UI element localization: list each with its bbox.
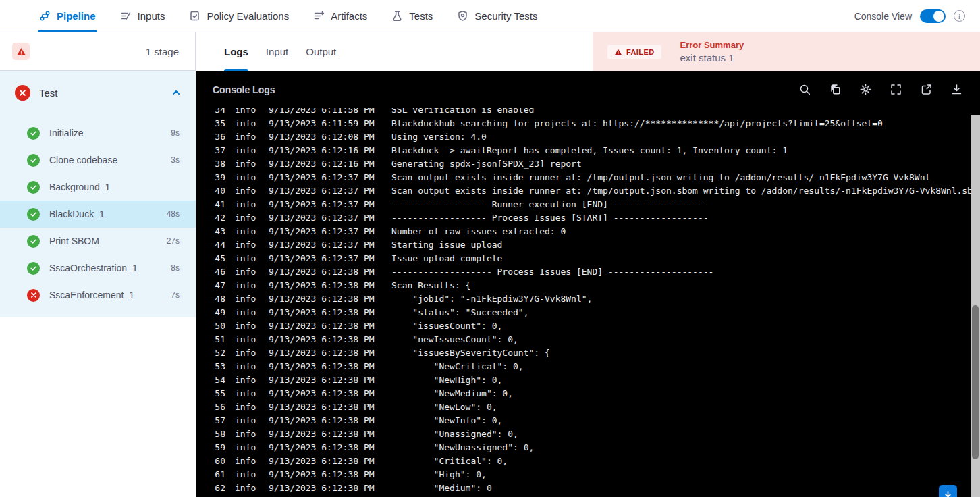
log-line-number: 47	[196, 279, 225, 292]
log-line: 34info9/13/2023 6:11:58 PMSSL verificati…	[196, 108, 971, 117]
download-icon[interactable]	[950, 84, 962, 96]
log-timestamp: 9/13/2023 6:11:58 PM	[269, 108, 375, 117]
log-message: "issuesBySeverityCount": {	[391, 346, 550, 360]
tab-logs[interactable]: Logs	[224, 32, 248, 71]
log-timestamp: 9/13/2023 6:12:37 PM	[269, 252, 375, 265]
log-message: Scan output exists inside runner at: /tm…	[391, 171, 930, 184]
console-view-toggle[interactable]	[920, 9, 946, 23]
log-level: info	[235, 252, 255, 265]
log-timestamp: 9/13/2023 6:12:38 PM	[269, 441, 375, 454]
log-timestamp: 9/13/2023 6:12:38 PM	[269, 265, 375, 279]
error-summary-bar: FAILED Error Summary exit status 1	[593, 32, 980, 71]
step-duration: 8s	[171, 263, 180, 273]
log-message: ------------------ Runner execution [END…	[391, 198, 709, 211]
log-timestamp: 9/13/2023 6:12:37 PM	[269, 184, 375, 198]
log-level: info	[235, 414, 255, 427]
log-line: 46info9/13/2023 6:12:38 PM--------------…	[196, 265, 971, 279]
log-timestamp: 9/13/2023 6:12:38 PM	[269, 454, 375, 468]
step-list: Initialize9sClone codebase3sBackground_1…	[0, 114, 196, 309]
log-timestamp: 9/13/2023 6:11:59 PM	[269, 117, 375, 130]
step-row-print-sbom[interactable]: Print SBOM27s	[0, 228, 196, 255]
step-label: SscaOrchestration_1	[49, 263, 138, 273]
log-timestamp: 9/13/2023 6:12:38 PM	[269, 360, 375, 373]
log-timestamp: 9/13/2023 6:12:16 PM	[269, 144, 375, 157]
log-message: "newIssuesCount": 0,	[391, 333, 518, 346]
log-line: 41info9/13/2023 6:12:37 PM--------------…	[196, 198, 971, 211]
log-level: info	[235, 400, 255, 414]
chevron-up-icon[interactable]	[171, 88, 181, 97]
log-line-number: 54	[196, 373, 225, 387]
log-level: info	[235, 468, 255, 481]
log-line-number: 46	[196, 265, 225, 279]
log-line-number: 43	[196, 225, 225, 238]
stage-header-test[interactable]: Test	[0, 71, 196, 114]
scrollbar-track[interactable]	[971, 115, 980, 497]
console-log-area: 34info9/13/2023 6:11:58 PMSSL verificati…	[196, 108, 971, 497]
error-summary-message: exit status 1	[680, 52, 744, 63]
copy-icon[interactable]	[829, 84, 841, 96]
nav-tab-policy-evaluations[interactable]: Policy Evaluations	[189, 0, 289, 32]
log-timestamp: 9/13/2023 6:12:38 PM	[269, 400, 375, 414]
log-line-number: 59	[196, 441, 225, 454]
log-line-number: 39	[196, 171, 225, 184]
step-label: SscaEnforcement_1	[49, 290, 134, 300]
tab-input[interactable]: Input	[266, 32, 288, 71]
nav-tab-tests[interactable]: Tests	[391, 0, 433, 32]
nav-tab-artifacts[interactable]: Artifacts	[313, 0, 367, 32]
log-timestamp: 9/13/2023 6:12:37 PM	[269, 238, 375, 252]
nav-tab-label: Inputs	[138, 10, 165, 22]
step-success-icon	[27, 235, 40, 248]
step-row-blackduck-1[interactable]: BlackDuck_148s	[0, 201, 196, 228]
log-line: 49info9/13/2023 6:12:38 PM "status": "Su…	[196, 306, 971, 319]
log-level: info	[235, 157, 255, 171]
step-row-clone-codebase[interactable]: Clone codebase3s	[0, 147, 196, 174]
stage-panel: Test Initialize9sClone codebase3sBackgro…	[0, 71, 196, 317]
log-line: 56info9/13/2023 6:12:38 PM "NewLow": 0,	[196, 400, 971, 414]
open-in-new-icon[interactable]	[920, 84, 932, 96]
step-label: Background_1	[49, 182, 110, 192]
log-line: 40info9/13/2023 6:12:37 PMScan output ex…	[196, 184, 971, 198]
step-row-background-1[interactable]: Background_1	[0, 174, 196, 201]
step-row-sscaorchestration-1[interactable]: SscaOrchestration_18s	[0, 255, 196, 282]
settings-icon[interactable]	[859, 84, 871, 96]
nav-tab-inputs[interactable]: Inputs	[120, 0, 165, 32]
failed-badge: FAILED	[607, 45, 661, 59]
log-level: info	[235, 265, 255, 279]
log-level: info	[235, 441, 255, 454]
scrollbar-thumb[interactable]	[972, 305, 979, 459]
log-timestamp: 9/13/2023 6:12:08 PM	[269, 130, 375, 144]
info-icon[interactable]: i	[954, 10, 965, 22]
step-row-initialize[interactable]: Initialize9s	[0, 120, 196, 147]
error-summary-block: Error Summary exit status 1	[680, 40, 744, 63]
console-view-label: Console View	[854, 11, 912, 22]
step-success-icon	[27, 127, 40, 140]
log-level: info	[235, 171, 255, 184]
fullscreen-icon[interactable]	[890, 84, 902, 96]
log-timestamp: 9/13/2023 6:12:38 PM	[269, 319, 375, 333]
log-line: 60info9/13/2023 6:12:38 PM "Critical": 0…	[196, 454, 971, 468]
log-message: Generating spdx-json[SPDX_23] report	[391, 157, 582, 171]
log-line-number: 60	[196, 454, 225, 468]
log-timestamp: 9/13/2023 6:12:37 PM	[269, 171, 375, 184]
log-line-number: 41	[196, 198, 225, 211]
log-line-number: 56	[196, 400, 225, 414]
log-view-tabs: LogsInputOutput	[196, 32, 593, 71]
step-duration: 3s	[171, 155, 180, 165]
top-navigation: PipelineInputsPolicy EvaluationsArtifact…	[0, 0, 980, 32]
search-icon[interactable]	[798, 84, 811, 96]
log-line: 52info9/13/2023 6:12:38 PM "issuesBySeve…	[196, 346, 971, 360]
log-message: "Unassigned": 0,	[391, 427, 518, 441]
log-line: 48info9/13/2023 6:12:38 PM "jobId": "-n1…	[196, 292, 971, 306]
log-line: 39info9/13/2023 6:12:37 PMScan output ex…	[196, 171, 971, 184]
step-success-icon	[27, 262, 40, 275]
log-level: info	[235, 211, 255, 225]
log-line-number: 62	[196, 481, 225, 495]
nav-tab-pipeline[interactable]: Pipeline	[39, 0, 96, 32]
log-line: 50info9/13/2023 6:12:38 PM "issuesCount"…	[196, 319, 971, 333]
nav-tab-security-tests[interactable]: Security Tests	[457, 0, 537, 32]
log-level: info	[235, 198, 255, 211]
scroll-to-bottom-button[interactable]	[939, 485, 957, 497]
log-line-number: 37	[196, 144, 225, 157]
step-row-sscaenforcement-1[interactable]: SscaEnforcement_17s	[0, 282, 196, 309]
tab-output[interactable]: Output	[306, 32, 336, 71]
